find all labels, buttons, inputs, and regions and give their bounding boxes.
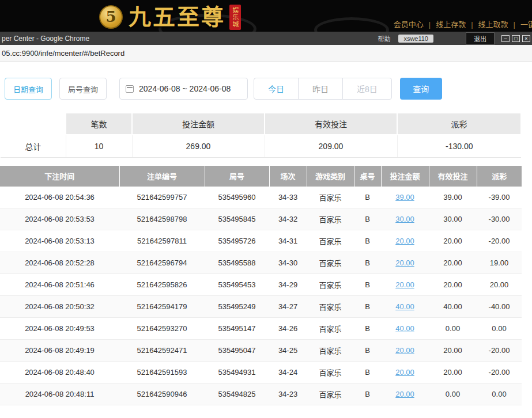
- bet-amount-cell[interactable]: 20.00: [381, 383, 429, 405]
- game-type-cell: 百家乐: [307, 230, 354, 252]
- logo-text: 九五至尊: [129, 6, 225, 28]
- payout-cell: -20.00: [477, 362, 522, 383]
- col-header-session: 场次: [269, 166, 307, 187]
- valid-bet-cell: 20.00: [429, 362, 477, 383]
- bet-amount-cell[interactable]: 39.00: [381, 187, 429, 208]
- summary-header-count: 笔数: [66, 113, 132, 135]
- table-no-cell: B: [354, 274, 381, 296]
- nav-deposit[interactable]: 线上存款: [424, 18, 466, 29]
- payout-cell: -39.00: [477, 187, 522, 208]
- round-id-cell: 535495845: [205, 208, 269, 230]
- session-cell: 34-30: [269, 252, 307, 274]
- today-button[interactable]: 今日: [254, 78, 299, 100]
- bet-time-cell: 2024-06-08 20:49:53: [0, 318, 119, 340]
- payout-cell: 19.00: [477, 252, 522, 274]
- session-cell: 34-27: [269, 296, 307, 318]
- quick-range-group: 今日 昨日 近8日: [254, 78, 392, 100]
- address-bar[interactable]: 05.cc:9900/infe/mcenter/#/betRecord: [0, 45, 532, 62]
- url-text[interactable]: 05.cc:9900/infe/mcenter/#/betRecord: [0, 49, 124, 58]
- col-header-round-id: 局号: [205, 166, 269, 187]
- order-id-cell: 521642598798: [119, 208, 205, 230]
- payout-cell: 0.00: [477, 318, 522, 340]
- col-header-order-id: 注单编号: [119, 166, 205, 187]
- bet-time-cell: 2024-06-08 20:50:32: [0, 296, 119, 318]
- bet-amount-cell[interactable]: 40.00: [381, 318, 429, 340]
- table-row: 2024-06-08 20:48:11521642590946535494825…: [0, 383, 522, 405]
- bet-amount-link[interactable]: 20.00: [395, 390, 414, 398]
- bet-amount-link[interactable]: 20.00: [395, 259, 414, 267]
- col-header-bet-time: 下注时间: [0, 166, 119, 187]
- nav-one-key[interactable]: 一键: [508, 18, 532, 29]
- order-id-cell: 521642594179: [119, 296, 205, 318]
- tab-date-query[interactable]: 日期查询: [5, 78, 52, 100]
- nav-member-center[interactable]: 会员中心: [394, 18, 424, 29]
- session-cell: 34-24: [269, 362, 307, 383]
- order-id-cell: 521642596794: [119, 252, 205, 274]
- nav-withdraw[interactable]: 线上取款: [466, 18, 508, 29]
- round-id-cell: 535495960: [205, 187, 269, 208]
- order-id-cell: 521642590946: [119, 383, 205, 405]
- help-link[interactable]: 帮助: [378, 34, 390, 43]
- window-title: per Center - Google Chrome: [2, 35, 89, 43]
- window-titlebar: per Center - Google Chrome 帮助 xswe110 退出…: [0, 32, 532, 45]
- bet-amount-cell[interactable]: 20.00: [381, 230, 429, 252]
- table-no-cell: B: [354, 362, 381, 383]
- last-8-days-button[interactable]: 近8日: [342, 78, 392, 100]
- game-type-cell: 百家乐: [307, 383, 354, 405]
- bet-time-cell: 2024-06-08 20:48:40: [0, 362, 119, 383]
- yesterday-button[interactable]: 昨日: [298, 78, 343, 100]
- bet-amount-link[interactable]: 39.00: [395, 193, 414, 202]
- col-header-payout: 派彩: [477, 166, 522, 187]
- bet-amount-cell[interactable]: 40.00: [381, 296, 429, 318]
- search-button[interactable]: 查询: [400, 78, 442, 100]
- date-range-picker[interactable]: 2024-06-08 ~ 2024-06-08: [119, 78, 248, 100]
- game-type-cell: 百家乐: [307, 208, 354, 230]
- close-icon[interactable]: ×: [522, 35, 530, 42]
- game-type-cell: 百家乐: [307, 362, 354, 383]
- maximize-icon[interactable]: □: [512, 35, 520, 42]
- bet-time-cell: 2024-06-08 20:54:36: [0, 187, 119, 208]
- bet-amount-link[interactable]: 20.00: [395, 280, 414, 289]
- bet-amount-link[interactable]: 20.00: [395, 237, 414, 245]
- site-banner: 5 九五至尊 娱乐城 会员中心 线上存款 线上取款 一键: [0, 0, 532, 32]
- bet-time-cell: 2024-06-08 20:49:19: [0, 340, 119, 362]
- session-cell: 34-23: [269, 383, 307, 405]
- valid-bet-cell: 0.00: [429, 318, 477, 340]
- bet-amount-link[interactable]: 20.00: [395, 368, 414, 377]
- round-id-cell: 535494931: [205, 362, 269, 383]
- valid-bet-cell: 20.00: [429, 252, 477, 274]
- bet-amount-link[interactable]: 20.00: [395, 346, 414, 355]
- table-row: 2024-06-08 20:50:32521642594179535495249…: [0, 296, 522, 318]
- tab-round-query[interactable]: 局号查询: [59, 78, 107, 100]
- bet-amount-cell[interactable]: 20.00: [381, 362, 429, 383]
- bet-amount-cell[interactable]: 20.00: [381, 252, 429, 274]
- summary-payout-value: -130.00: [397, 135, 521, 157]
- bet-amount-link[interactable]: 40.00: [395, 302, 414, 311]
- bet-amount-cell[interactable]: 30.00: [381, 208, 429, 230]
- payout-cell: -20.00: [477, 230, 522, 252]
- summary-total-row: 总计 10 269.00 209.00 -130.00: [1, 135, 521, 157]
- logout-button[interactable]: 退出: [466, 32, 495, 45]
- minimize-icon[interactable]: –: [501, 35, 510, 42]
- bet-amount-link[interactable]: 40.00: [395, 324, 414, 333]
- bet-time-cell: 2024-06-08 20:53:53: [0, 208, 119, 230]
- game-type-cell: 百家乐: [307, 187, 354, 208]
- titlebar-right-cluster: 帮助 xswe110 退出 – □ ×: [378, 32, 532, 45]
- valid-bet-cell: 40.00: [429, 296, 477, 318]
- payout-cell: 0.00: [477, 383, 522, 405]
- order-id-cell: 521642592471: [119, 340, 205, 362]
- logo-coin-icon: 5: [99, 5, 123, 29]
- bet-amount-cell[interactable]: 20.00: [381, 340, 429, 362]
- summary-header-row: 笔数 投注金额 有效投注 派彩: [1, 113, 521, 135]
- game-type-cell: 百家乐: [307, 296, 354, 318]
- summary-table: 笔数 投注金额 有效投注 派彩 总计 10 269.00 209.00 -130…: [0, 113, 522, 158]
- round-id-cell: 535495588: [205, 252, 269, 274]
- date-range-value: 2024-06-08 ~ 2024-06-08: [139, 84, 231, 93]
- order-id-cell: 521642599757: [119, 187, 205, 208]
- bet-amount-link[interactable]: 30.00: [395, 215, 414, 223]
- game-type-cell: 百家乐: [307, 274, 354, 296]
- bet-amount-cell[interactable]: 20.00: [381, 274, 429, 296]
- order-id-cell: 521642593270: [119, 318, 205, 340]
- session-cell: 34-29: [269, 274, 307, 296]
- game-type-cell: 百家乐: [307, 318, 354, 340]
